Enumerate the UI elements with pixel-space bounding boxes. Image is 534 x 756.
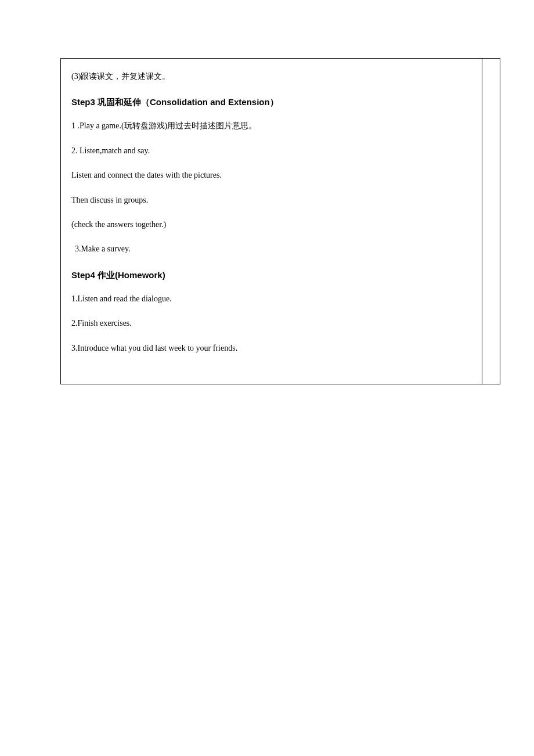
step3-line-6: 3.Make a survey.	[71, 237, 471, 261]
main-cell: (3)跟读课文，并复述课文。 Step3 巩固和延伸（Consolidation…	[61, 59, 482, 384]
step4-line-1: 1.Listen and read the dialogue.	[71, 287, 471, 311]
step3-line-5: (check the answers together.)	[71, 213, 471, 237]
content-table: (3)跟读课文，并复述课文。 Step3 巩固和延伸（Consolidation…	[60, 58, 500, 384]
step4-line-3: 3.Introduce what you did last week to yo…	[71, 336, 471, 361]
step3-title: Step3 巩固和延伸（Consolidation and Extension）	[71, 89, 471, 114]
pre-line: (3)跟读课文，并复述课文。	[71, 64, 471, 89]
document-page: (3)跟读课文，并复述课文。 Step3 巩固和延伸（Consolidation…	[0, 0, 534, 756]
step4-title: Step4 作业(Homework)	[71, 262, 471, 287]
step3-line-2: 2. Listen,match and say.	[71, 139, 471, 163]
step3-line-3: Listen and connect the dates with the pi…	[71, 163, 471, 188]
step4-line-2: 2.Finish exercises.	[71, 311, 471, 336]
side-cell	[482, 59, 500, 384]
step3-line-4: Then discuss in groups.	[71, 188, 471, 213]
step3-line-1: 1 .Play a game.(玩转盘游戏)用过去时描述图片意思。	[71, 114, 471, 138]
